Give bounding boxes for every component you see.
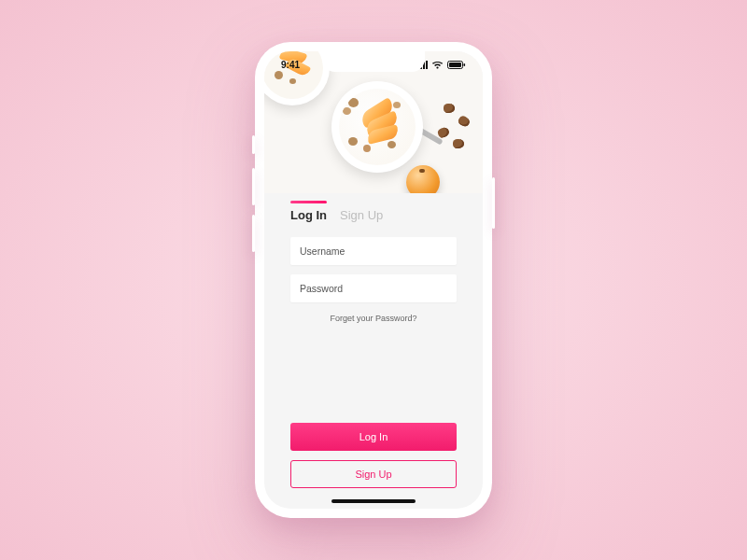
svg-rect-4 [426,61,428,69]
login-form: Forget your Password? [264,222,483,323]
device-notch [322,51,425,72]
hero-walnut [437,126,451,139]
phone-side-button [492,177,495,229]
username-input[interactable] [290,237,457,265]
hero-walnut [444,104,455,113]
auth-tabs: Log In Sign Up [264,201,483,222]
svg-rect-6 [449,63,461,67]
phone-frame: 9:41 [255,42,492,518]
svg-rect-7 [464,63,466,66]
app-screen: 9:41 [264,51,483,509]
phone-side-button [252,135,255,154]
forgot-password-link[interactable]: Forget your Password? [290,314,457,323]
battery-icon [447,61,466,69]
home-indicator[interactable] [331,499,416,503]
hero-walnut [457,115,471,129]
login-button[interactable]: Log In [290,423,457,451]
hero-walnut [453,139,464,148]
action-buttons: Log In Sign Up [264,423,483,509]
hero-bowl [331,81,423,173]
signup-button[interactable]: Sign Up [290,460,457,488]
phone-side-button [252,215,255,252]
tab-signup[interactable]: Sign Up [340,201,383,222]
status-time: 9:41 [281,60,300,70]
hero-orange [406,165,440,193]
phone-side-button [252,168,255,205]
password-input[interactable] [290,274,457,302]
wifi-icon [431,61,444,69]
tab-login[interactable]: Log In [290,201,327,222]
